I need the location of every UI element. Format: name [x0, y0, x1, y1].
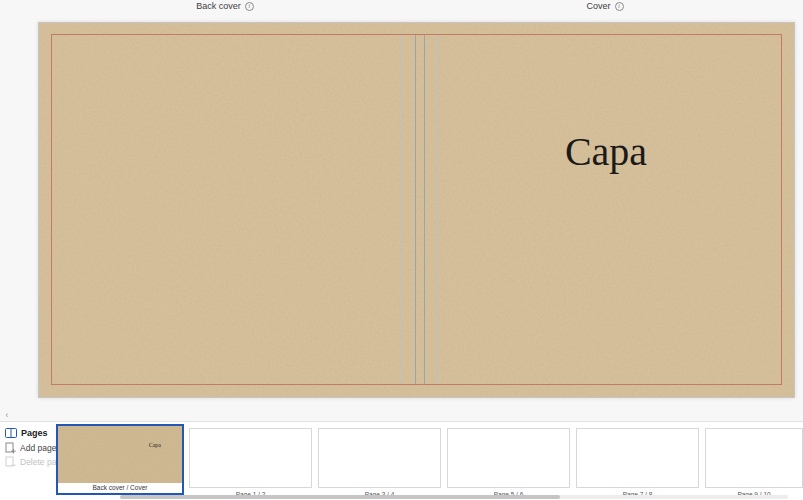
thumbnail-page-9-10[interactable] — [705, 428, 803, 488]
spine-guide-line — [401, 35, 402, 384]
cover-spread-canvas[interactable]: Capa — [38, 22, 795, 398]
cover-title-text[interactable]: Capa — [531, 129, 681, 175]
leather-texture-mini — [58, 426, 182, 483]
thumbnail-page-1-2[interactable] — [189, 428, 312, 488]
thumbnail-cover-title: Capa — [135, 442, 175, 448]
thumbnail-cover-image: Capa — [58, 426, 182, 483]
leather-texture — [39, 23, 794, 397]
back-cover-label-text: Back cover — [196, 1, 241, 12]
delete-page-icon — [5, 456, 16, 468]
info-icon[interactable]: i — [245, 2, 254, 11]
thumbnail-label: Back cover / Cover — [58, 483, 182, 493]
pages-panel-sidebar: Pages Add page Delete page — [0, 422, 56, 500]
spine-guide-line — [436, 35, 437, 384]
thumbnail-page-3-4[interactable] — [318, 428, 441, 488]
info-icon[interactable]: i — [615, 2, 624, 11]
collapse-panel-icon[interactable]: ‹ — [2, 410, 12, 420]
thumbnails-scrollbar-track[interactable] — [120, 495, 788, 499]
thumbnails-scrollbar-thumb[interactable] — [120, 495, 560, 499]
spine-guide-line — [424, 35, 425, 384]
spine-guide-line — [415, 35, 416, 384]
add-page-button[interactable]: Add page — [5, 442, 56, 454]
pages-panel-title: Pages — [5, 428, 48, 438]
thumbnail-page-5-6[interactable] — [447, 428, 570, 488]
pages-panel: Pages Add page Delete page — [0, 421, 803, 500]
thumbnail-page-7-8[interactable] — [576, 428, 699, 488]
cover-label-text: Cover — [586, 1, 610, 12]
pages-icon — [5, 428, 17, 438]
thumbnail-back-cover-cover[interactable]: Capa Back cover / Cover — [56, 424, 184, 495]
add-page-icon — [5, 442, 16, 454]
book-editor-window: Back cover i Cover i Capa ‹ — [0, 0, 803, 500]
cover-label: Cover i — [510, 1, 700, 12]
pages-title-text: Pages — [21, 428, 48, 438]
add-page-label: Add page — [20, 443, 56, 453]
back-cover-label: Back cover i — [130, 1, 320, 12]
